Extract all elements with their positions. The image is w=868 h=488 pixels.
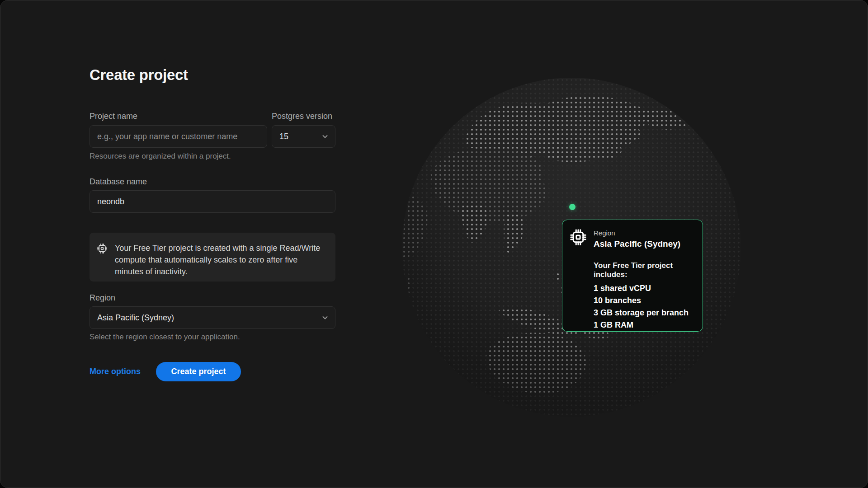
region-card-header: Region Asia Pacific (Sydney) [570,229,693,249]
create-project-button[interactable]: Create project [156,362,241,381]
list-item: 1 GB RAM [594,319,693,331]
includes-list: 1 shared vCPU 10 branches 3 GB storage p… [594,282,693,331]
region-select[interactable]: Asia Pacific (Sydney) [90,306,335,329]
region-card-region: Asia Pacific (Sydney) [594,239,680,249]
cpu-chip-icon [97,243,108,282]
region-marker-dot[interactable] [569,204,576,210]
postgres-version-label: Postgres version [272,112,332,121]
postgres-version-value: 15 [279,132,288,141]
list-item: 1 shared vCPU [594,282,693,295]
chevron-down-icon [321,133,329,140]
list-item: 3 GB storage per branch [594,307,693,319]
database-name-label: Database name [90,177,147,187]
region-tooltip-card: Region Asia Pacific (Sydney) Your Free T… [562,220,703,332]
region-value: Asia Pacific (Sydney) [97,313,174,323]
region-card-titles: Region Asia Pacific (Sydney) [594,229,680,249]
region-card-label: Region [594,229,680,237]
page-title: Create project [90,66,188,84]
region-helper: Select the region closest to your applic… [90,333,240,342]
chevron-down-icon [321,314,329,321]
postgres-version-select[interactable]: 15 [272,125,335,148]
region-card-includes: Your Free Tier project includes: 1 share… [594,261,693,331]
cpu-chip-icon [570,229,587,249]
more-options-link[interactable]: More options [90,362,141,381]
list-item: 10 branches [594,295,693,307]
project-name-label: Project name [90,112,137,121]
create-project-page: Create project Project name Postgres ver… [0,0,868,488]
project-name-helper: Resources are organized within a project… [90,152,231,161]
free-tier-note: Your Free Tier project is created with a… [115,242,326,282]
includes-title: Your Free Tier project includes: [594,261,693,279]
database-name-input[interactable] [90,190,335,213]
free-tier-info-box: Your Free Tier project is created with a… [90,233,335,282]
project-name-input[interactable] [90,125,267,148]
region-label: Region [90,293,115,303]
